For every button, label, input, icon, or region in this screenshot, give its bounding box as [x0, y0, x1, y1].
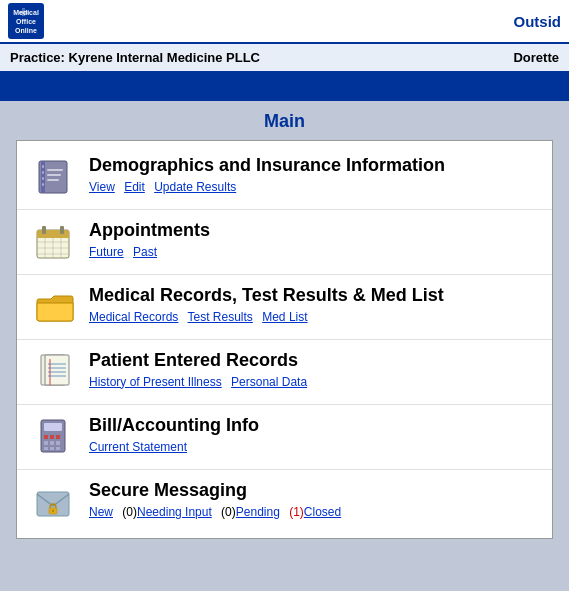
billing-title: Bill/Accounting Info	[89, 415, 540, 437]
med-list-link[interactable]: Med List	[262, 310, 307, 324]
demographics-content: Demographics and Insurance Information V…	[89, 155, 540, 194]
svg-point-46	[52, 510, 54, 512]
needing-input-count: (0)	[122, 505, 137, 519]
test-results-link[interactable]: Test Results	[188, 310, 253, 324]
personal-data-link[interactable]: Personal Data	[231, 375, 307, 389]
needing-input-link[interactable]: Needing Input	[137, 505, 212, 519]
practice-label: Practice:	[10, 50, 65, 65]
svg-rect-35	[44, 435, 48, 439]
current-statement-link[interactable]: Current Statement	[89, 440, 187, 454]
practice-name: Kyrene Internal Medicine PLLC	[69, 50, 260, 65]
main-panel: Demographics and Insurance Information V…	[16, 140, 553, 539]
patient-records-title: Patient Entered Records	[89, 350, 540, 372]
messaging-links: New (0)Needing Input (0)Pending (1)Close…	[89, 505, 540, 519]
svg-rect-37	[56, 435, 60, 439]
medical-records-links: Medical Records Test Results Med List	[89, 310, 540, 324]
svg-rect-25	[60, 226, 64, 234]
svg-rect-41	[44, 447, 48, 450]
closed-count: (1)	[289, 505, 304, 519]
svg-rect-10	[42, 177, 44, 180]
logo-icon: Medical Office Online	[8, 3, 44, 39]
messaging-row: Secure Messaging New (0)Needing Input (0…	[17, 470, 552, 534]
demographics-title: Demographics and Insurance Information	[89, 155, 540, 177]
medical-records-content: Medical Records, Test Results & Med List…	[89, 285, 540, 324]
view-link[interactable]: View	[89, 180, 115, 194]
patient-records-row: Patient Entered Records History of Prese…	[17, 340, 552, 405]
svg-rect-9	[42, 171, 44, 174]
svg-rect-14	[47, 179, 59, 181]
svg-rect-13	[47, 174, 61, 176]
patient-records-links: History of Present Illness Personal Data	[89, 375, 540, 389]
svg-rect-17	[37, 236, 69, 238]
pending-link[interactable]: Pending	[236, 505, 280, 519]
medical-records-link[interactable]: Medical Records	[89, 310, 178, 324]
medical-records-icon	[29, 285, 81, 329]
edit-link[interactable]: Edit	[124, 180, 145, 194]
messaging-content: Secure Messaging New (0)Needing Input (0…	[89, 480, 540, 519]
appointments-row: Appointments Future Past	[17, 210, 552, 275]
pending-count: (0)	[221, 505, 236, 519]
appointments-content: Appointments Future Past	[89, 220, 540, 259]
demographics-icon	[29, 155, 81, 199]
billing-icon	[29, 415, 81, 459]
svg-rect-5	[19, 11, 28, 14]
past-link[interactable]: Past	[133, 245, 157, 259]
svg-rect-34	[44, 423, 62, 431]
medical-records-row: Medical Records, Test Results & Med List…	[17, 275, 552, 340]
messaging-icon	[29, 480, 81, 524]
billing-links: Current Statement	[89, 440, 540, 454]
patient-records-content: Patient Entered Records History of Prese…	[89, 350, 540, 389]
demographics-links: View Edit Update Results	[89, 180, 540, 194]
svg-rect-36	[50, 435, 54, 439]
new-message-link[interactable]: New	[89, 505, 113, 519]
billing-content: Bill/Accounting Info Current Statement	[89, 415, 540, 454]
appointments-links: Future Past	[89, 245, 540, 259]
future-link[interactable]: Future	[89, 245, 124, 259]
main-container: Main Demographics and Insuranc	[0, 101, 569, 555]
svg-rect-38	[44, 441, 48, 445]
svg-rect-12	[47, 169, 63, 171]
svg-rect-8	[42, 165, 44, 168]
appointments-title: Appointments	[89, 220, 540, 242]
header: Medical Office Online Outsid	[0, 0, 569, 44]
svg-rect-24	[42, 226, 46, 234]
nav-bar	[0, 73, 569, 101]
update-results-link[interactable]: Update Results	[154, 180, 236, 194]
appointments-icon	[29, 220, 81, 264]
medical-records-title: Medical Records, Test Results & Med List	[89, 285, 540, 307]
messaging-title: Secure Messaging	[89, 480, 540, 502]
patient-records-icon	[29, 350, 81, 394]
svg-text:Online: Online	[15, 27, 37, 34]
practice-bar: Practice: Kyrene Internal Medicine PLLC …	[0, 44, 569, 73]
closed-link[interactable]: Closed	[304, 505, 341, 519]
svg-rect-43	[56, 447, 60, 450]
logo: Medical Office Online	[8, 3, 44, 39]
svg-rect-42	[50, 447, 54, 450]
svg-rect-39	[50, 441, 54, 445]
svg-rect-40	[56, 441, 60, 445]
user-name: Dorette	[513, 50, 559, 65]
practice-info: Practice: Kyrene Internal Medicine PLLC	[10, 50, 260, 65]
header-right-text: Outsid	[514, 13, 562, 30]
history-link[interactable]: History of Present Illness	[89, 375, 222, 389]
billing-row: Bill/Accounting Info Current Statement	[17, 405, 552, 470]
svg-rect-11	[42, 183, 44, 186]
main-title: Main	[16, 111, 553, 132]
svg-rect-27	[45, 355, 69, 385]
svg-text:Office: Office	[16, 18, 36, 25]
demographics-row: Demographics and Insurance Information V…	[17, 145, 552, 210]
